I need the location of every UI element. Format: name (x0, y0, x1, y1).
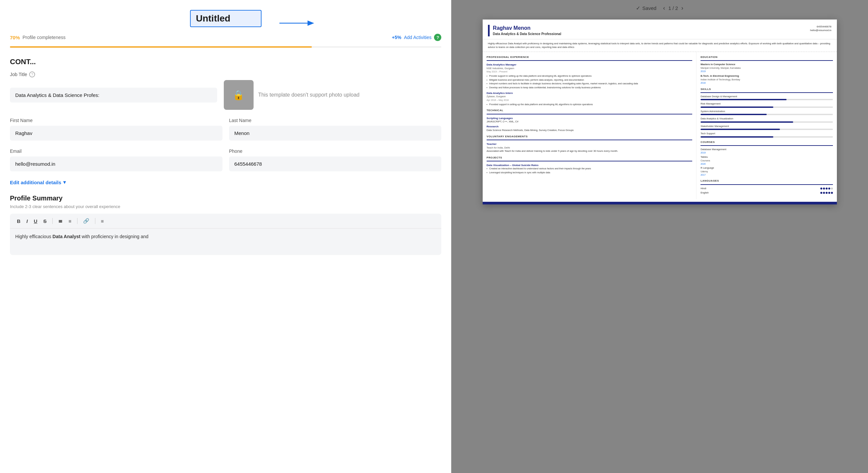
resume-section-skills: SKILLS (701, 87, 833, 91)
hindi-dots (820, 188, 833, 190)
photo-placeholder: 🔒 (224, 80, 254, 110)
resume-edu-1: Masters in Computer Science Manipal Univ… (701, 63, 833, 73)
resume-job-title-2: Data Analytics Intern (487, 91, 692, 95)
toolbar-separator-1 (52, 218, 53, 224)
resume-section-bar-3 (487, 140, 692, 140)
progress-label: Profile completeness (23, 35, 66, 40)
resume-section-bar-languages (701, 184, 833, 185)
link-button[interactable]: 🔗 (81, 217, 92, 225)
saved-label: Saved (642, 5, 656, 11)
first-name-group: First Name (10, 118, 222, 141)
job-title-help-icon[interactable]: ? (29, 71, 35, 77)
resume-skills: Database Design & Management Risk Manage… (701, 95, 833, 138)
title-area (0, 0, 451, 34)
resume-summary: Highly efficacious Data Analyst with pro… (483, 39, 837, 52)
resume-section-technical: TECHNICAL (487, 108, 692, 112)
unordered-list-button[interactable]: ≡ (66, 217, 74, 225)
resume-summary-text: Highly efficacious Data Analyst with pro… (488, 42, 830, 48)
resume-main: PROFESSIONAL EXPERIENCE Data Analytics M… (483, 52, 696, 199)
progress-left: 70% Profile completeness (10, 35, 66, 40)
pagination: ‹ 1 / 2 › (663, 5, 683, 11)
title-input-wrapper (190, 10, 261, 27)
resume-section-bar-1 (487, 60, 692, 61)
rich-text-editor: B I U S ≣ ≡ 🔗 ≡ Highly efficacious Data … (10, 214, 441, 255)
progress-right: +5% Add Activities ? (392, 34, 442, 41)
contact-row: Email Phone (10, 148, 441, 171)
resume-section-bar-skills (701, 92, 833, 93)
first-name-input[interactable] (10, 126, 222, 141)
resume-header-right: 6455446678 hello@resumod.in (810, 25, 832, 36)
prev-page-button[interactable]: ‹ (663, 5, 665, 11)
edit-additional-label: Edit additional details (10, 180, 61, 185)
job-title-label: Job Title ? (10, 71, 441, 77)
email-group: Email (10, 148, 222, 171)
resume-header: Raghav Menon Data Analytics & Data Scien… (483, 20, 837, 39)
add-activities-link[interactable]: Add Activities (404, 35, 431, 40)
skill-4: Data Analytics & Visualization (701, 117, 833, 123)
italic-button[interactable]: I (24, 217, 30, 225)
resume-job-date-2: Apr 2018 – May 2018 (487, 99, 692, 102)
resume-voluntary-1: Teacher Teach for India, Delhi Associate… (487, 142, 692, 153)
left-panel: 70% Profile completeness +5% Add Activit… (0, 0, 451, 473)
email-input[interactable] (10, 157, 222, 171)
resume-job-date-1: May 2019 – Present (487, 70, 692, 73)
bold-button[interactable]: B (14, 217, 23, 225)
resume-candidate-title: Data Analytics & Data Science Profession… (493, 32, 810, 36)
resume-section-voluntary: VOLUNTARY ENGAGEMENTS (487, 135, 692, 138)
resume-job-title-1: Data Analytics Manager (487, 63, 692, 66)
edit-additional-details[interactable]: Edit additional details ▾ (10, 179, 441, 185)
name-row: First Name Last Name (10, 118, 441, 141)
last-name-input[interactable] (229, 126, 442, 141)
form-area: Job Title ? 🔒 This template doesn't supp… (0, 71, 451, 171)
resume-preview: Raghav Menon Data Analytics & Data Scien… (483, 20, 837, 204)
resume-technical-items: Scripting Languages JAVASCRIPT, C++, XML… (487, 116, 692, 132)
right-panel: ✓ Saved ‹ 1 / 2 › Raghav Menon Data Anal… (451, 0, 868, 473)
ordered-list-button[interactable]: ≣ (56, 217, 65, 225)
editor-content[interactable]: Highly efficacious Data Analyst with pro… (10, 229, 441, 255)
progress-area: 70% Profile completeness +5% Add Activit… (0, 34, 451, 46)
resume-email: hello@resumod.in (810, 28, 832, 32)
resume-tech-1: Scripting Languages JAVASCRIPT, C++, XML… (487, 116, 692, 124)
check-icon: ✓ (636, 5, 640, 11)
resume-title-input[interactable] (196, 13, 255, 24)
resume-job-desc-1-3: Interpret numbers and facts to facilitat… (487, 82, 692, 85)
resume-candidate-name: Raghav Menon (493, 25, 810, 31)
arrow-indicator (276, 13, 316, 35)
last-name-group: Last Name (229, 118, 442, 141)
align-button[interactable]: ≡ (99, 217, 106, 225)
phone-label: Phone (229, 148, 442, 154)
phone-input[interactable] (229, 157, 442, 171)
progress-bar-container (10, 46, 441, 47)
lang-row-english: English (701, 191, 833, 195)
resume-section-professional: PROFESSIONAL EXPERIENCE (487, 55, 692, 59)
resume-header-left: Raghav Menon Data Analytics & Data Scien… (488, 25, 810, 36)
resume-course-2: Tableu Coursera 2020 (701, 156, 833, 165)
skill-6: Tech Support (701, 132, 833, 138)
toolbar-separator-3 (95, 218, 95, 224)
job-title-input[interactable] (10, 88, 217, 103)
email-label: Email (10, 148, 222, 154)
resume-job-desc-2-1: Provided support in setting-up the data … (487, 103, 692, 106)
profile-summary-title: Profile Summary (10, 195, 441, 202)
underline-button[interactable]: U (31, 217, 40, 225)
lang-row-hindi: Hindi (701, 187, 833, 191)
lock-icon: 🔒 (233, 90, 244, 101)
strikethrough-button[interactable]: S (41, 217, 49, 225)
last-name-label: Last Name (229, 118, 442, 123)
job-title-row: Job Title ? 🔒 This template doesn't supp… (10, 71, 441, 110)
progress-plus: +5% (392, 35, 401, 40)
english-dots (820, 192, 833, 194)
profile-summary-subtitle: Include 2-3 clear sentences about your o… (10, 204, 441, 209)
next-page-button[interactable]: › (681, 5, 683, 11)
resume-section-bar-4 (487, 161, 692, 161)
help-icon[interactable]: ? (434, 34, 441, 41)
resume-section-projects: PROJECTS (487, 156, 692, 160)
photo-message: This template doesn't support photo uplo… (258, 91, 360, 99)
section-heading: CONT... (0, 54, 451, 71)
phone-group: Phone (229, 148, 442, 171)
resume-job-desc-1-1: Provide support in setting-up the data p… (487, 74, 692, 78)
resume-section-bar-courses (701, 145, 833, 146)
progress-bar-fill (10, 46, 312, 47)
resume-section-courses: COURSES (701, 140, 833, 144)
resume-job-2: Data Analytics Intern Zybase, Gurgaon Ap… (487, 91, 692, 106)
